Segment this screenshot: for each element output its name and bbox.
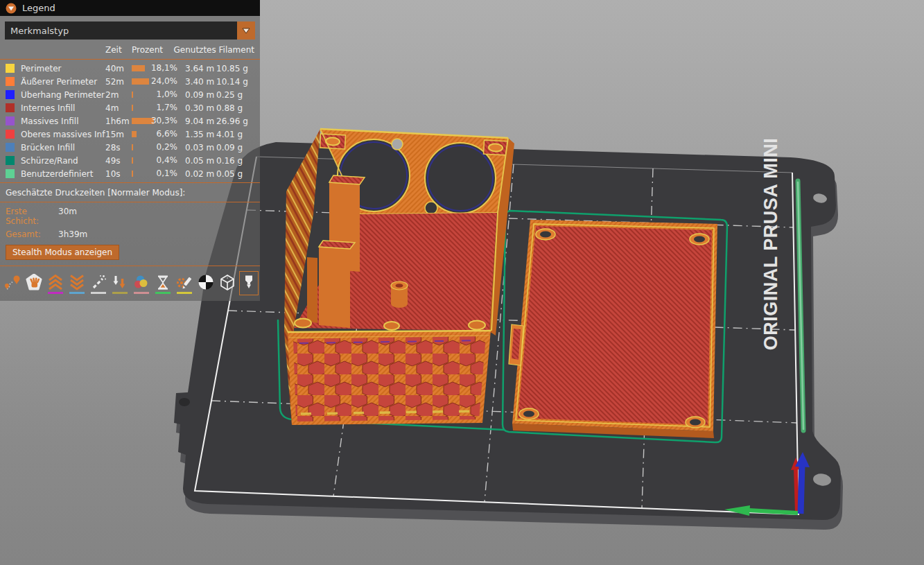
percent-bar xyxy=(132,157,133,164)
feature-used-meters: 9.04 m xyxy=(185,116,216,126)
feature-color-swatch xyxy=(6,116,15,125)
feature-row: Schürze/Rand49s0,4%0.05 m0.16 g xyxy=(0,154,260,167)
feature-color-swatch xyxy=(6,156,15,165)
feature-percent-cell: 30,3% xyxy=(132,114,179,128)
legend-panel: Legend Merkmalstyp Zeit Prozent Genutzte… xyxy=(0,0,260,301)
feature-used-grams: 0.88 g xyxy=(216,103,243,113)
feature-percent-cell: 0,2% xyxy=(132,141,179,154)
feature-percent-cell: 1,0% xyxy=(132,88,179,101)
feature-row: Überhang Perimeter2m1,0%0.09 m0.25 g xyxy=(0,88,260,101)
feature-row: Äußerer Perimeter52m24,0%3.40 m10.14 g xyxy=(0,75,260,88)
total-time-value: 3h39m xyxy=(58,229,87,239)
stealth-mode-button[interactable]: Stealth Modus anzeigen xyxy=(6,245,119,260)
feature-row: Internes Infill4m1,7%0.30 m0.88 g xyxy=(0,101,260,114)
feature-percent: 6,6% xyxy=(157,129,178,139)
first-layer-value: 30m xyxy=(58,207,77,226)
feature-time: 2m xyxy=(105,90,132,100)
feature-time: 4m xyxy=(105,103,132,113)
screw-hole xyxy=(392,139,403,150)
feature-time: 52m xyxy=(105,77,132,87)
custom-gcodes-icon[interactable] xyxy=(175,271,194,295)
tool-changes-icon[interactable] xyxy=(110,271,130,295)
deretractions-icon[interactable] xyxy=(67,271,87,295)
feature-percent: 0,2% xyxy=(157,142,178,152)
feature-label: Oberes massives Infill xyxy=(21,130,105,139)
feature-label: Massives Infill xyxy=(21,116,105,126)
feature-percent-cell: 18,1% xyxy=(132,62,179,75)
dropdown-arrow-icon[interactable] xyxy=(237,21,255,40)
collapse-legend-icon[interactable] xyxy=(6,3,17,14)
feature-time: 10s xyxy=(105,169,132,179)
feature-used-grams: 0.05 g xyxy=(216,169,243,179)
separator xyxy=(0,266,260,266)
feature-label: Benutzerdefiniert xyxy=(21,169,105,179)
view-type-dropdown[interactable]: Merkmalstyp xyxy=(5,21,255,40)
feature-row: Massives Infill1h6m30,3%9.04 m26.96 g xyxy=(0,114,260,128)
feature-time: 40m xyxy=(105,64,132,73)
feature-label: Überhang Perimeter xyxy=(21,90,105,100)
feature-time: 1h6m xyxy=(105,116,132,126)
model-lid[interactable] xyxy=(509,220,717,438)
pause-prints-icon[interactable] xyxy=(153,271,173,295)
feature-percent: 0,4% xyxy=(157,155,178,165)
center-of-mass-icon[interactable] xyxy=(196,271,216,295)
screw-hole xyxy=(425,202,437,214)
feature-percent: 1,7% xyxy=(157,103,178,112)
feature-used-grams: 26.96 g xyxy=(216,116,248,126)
legend-body: Merkmalstyp Zeit Prozent Genutztes Filam… xyxy=(0,16,260,301)
seams-icon[interactable] xyxy=(89,271,108,295)
first-layer-time-row: Erste Schicht: 30m xyxy=(0,205,260,227)
feature-used-meters: 3.64 m xyxy=(185,64,216,73)
total-time-label: Gesamt: xyxy=(6,229,58,239)
feature-used-grams: 0.16 g xyxy=(216,156,243,166)
feature-time: 15m xyxy=(105,130,132,139)
percent-bar xyxy=(132,171,133,177)
feature-percent: 0,1% xyxy=(157,168,178,178)
print-times-heading: Geschätzte Druckzeiten [Normaler Modus]: xyxy=(0,185,260,200)
feature-label: Brücken Infill xyxy=(21,143,105,153)
feature-row: Benutzerdefiniert10s0,1%0.02 m0.05 g xyxy=(0,167,260,180)
feature-percent-cell: 24,0% xyxy=(132,75,179,88)
feature-label: Perimeter xyxy=(21,64,105,73)
feature-color-swatch xyxy=(6,103,15,112)
standoff-cylinder xyxy=(391,281,408,308)
percent-bar xyxy=(132,144,133,150)
separator xyxy=(0,59,260,60)
feature-used-grams: 4.01 g xyxy=(216,130,243,139)
feature-row: Oberes massives Infill15m6,6%1.35 m4.01 … xyxy=(0,128,260,141)
feature-label: Internes Infill xyxy=(21,103,105,113)
feature-percent: 1,0% xyxy=(157,89,178,99)
wipe-icon[interactable] xyxy=(24,271,44,295)
column-header-percent: Prozent xyxy=(132,45,163,55)
feature-percent-cell: 1,7% xyxy=(132,101,179,114)
color-changes-icon[interactable] xyxy=(132,271,151,295)
legend-header[interactable]: Legend xyxy=(0,0,260,16)
feature-used-grams: 10.14 g xyxy=(216,77,248,87)
retractions-icon[interactable] xyxy=(46,271,65,295)
feature-used-meters: 0.30 m xyxy=(185,103,216,113)
feature-table-body: Perimeter40m18,1%3.64 m10.85 gÄußerer Pe… xyxy=(0,62,260,180)
feature-used-grams: 10.85 g xyxy=(216,64,248,73)
percent-bar xyxy=(132,131,137,137)
separator xyxy=(0,202,260,202)
feature-used-meters: 3.40 m xyxy=(185,77,216,87)
total-time-row: Gesamt: 3h39m xyxy=(0,227,260,241)
feature-used-meters: 1.35 m xyxy=(185,130,216,139)
column-header-filament: Genutztes Filament xyxy=(174,45,254,55)
percent-bar xyxy=(132,78,149,85)
tool-marker-icon[interactable] xyxy=(239,271,259,295)
shells-icon[interactable] xyxy=(218,271,237,295)
corner-boss xyxy=(483,140,507,155)
feature-color-swatch xyxy=(6,143,15,152)
travel-paths-icon[interactable] xyxy=(3,271,22,295)
feature-row: Perimeter40m18,1%3.64 m10.85 g xyxy=(0,62,260,75)
feature-used-meters: 0.03 m xyxy=(185,143,216,153)
feature-color-swatch xyxy=(6,64,15,73)
feature-percent: 18,1% xyxy=(151,63,177,73)
feature-used-meters: 0.09 m xyxy=(185,90,216,100)
feature-color-swatch xyxy=(6,77,15,86)
percent-bar xyxy=(132,65,145,71)
feature-used-grams: 0.25 g xyxy=(216,90,243,100)
legend-title: Legend xyxy=(22,3,55,13)
feature-label: Schürze/Rand xyxy=(21,156,105,166)
